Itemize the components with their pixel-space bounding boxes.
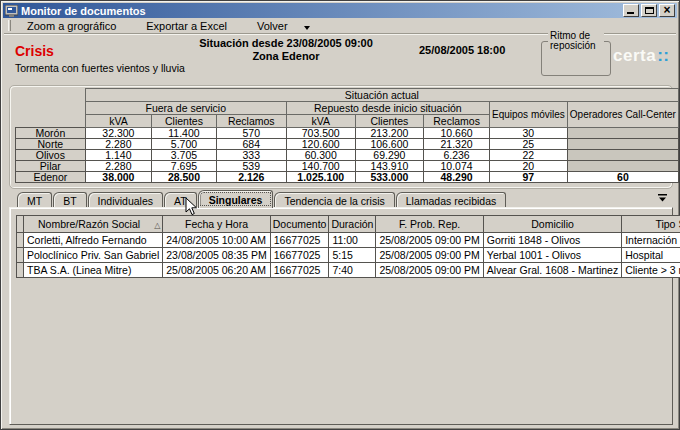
summary-group-row: Fuera de servicio Repuesto desde inicio … xyxy=(16,102,679,115)
col-header-duracion[interactable]: Duración xyxy=(329,216,376,233)
summary-value: 1.025.100 xyxy=(286,172,355,183)
detail-table-body: Corletti, Alfredo Fernando24/08/2005 10:… xyxy=(17,233,680,278)
close-button[interactable] xyxy=(659,4,675,17)
summary-value: 143.910 xyxy=(355,161,423,172)
crisis-subtitle: Tormenta con fuertes vientos y lluvia xyxy=(15,62,185,74)
summary-value: 5.700 xyxy=(152,139,217,150)
spacer-cell xyxy=(16,115,86,128)
col-header-f-prob-rep[interactable]: F. Prob. Rep. xyxy=(376,216,483,233)
tab-page-singulares: Nombre/Razón Social Fecha y Hora Documen… xyxy=(9,207,673,425)
region-label: Edenor xyxy=(16,172,86,183)
detail-row[interactable]: TBA S.A. (Linea Mitre)25/08/2005 06:20 A… xyxy=(17,263,680,278)
summary-value: 60 xyxy=(567,172,678,183)
summary-value xyxy=(567,150,678,161)
tab-llamadas-recibidas[interactable]: Llamadas recibidas xyxy=(396,192,506,207)
summary-value: 25 xyxy=(489,139,567,150)
tab-tendencia-de-la-crisis[interactable]: Tendencia de la crisis xyxy=(274,192,394,207)
summary-value xyxy=(567,128,678,139)
summary-value: 38.000 xyxy=(85,172,151,183)
summary-value: 22 xyxy=(489,150,567,161)
row-indicator xyxy=(17,233,24,248)
subheader-kva-fuera: kVA xyxy=(85,115,151,128)
summary-value: 7.695 xyxy=(152,161,217,172)
summary-title: Situación actual xyxy=(85,89,678,102)
summary-value: 97 xyxy=(489,172,567,183)
summary-value: 10.074 xyxy=(424,161,490,172)
toolbar-overflow-icon[interactable] xyxy=(304,26,310,30)
menu-item-zoom-a-grografico[interactable]: Zoom a grográfico xyxy=(27,20,116,32)
summary-value: 48.290 xyxy=(424,172,490,183)
tab-strip: MTBTIndividualesATSingularesTendencia de… xyxy=(9,190,671,208)
summary-value: 11.400 xyxy=(152,128,217,139)
region-label: Morón xyxy=(16,128,86,139)
row-indicator xyxy=(17,248,24,263)
detail-cell: Hospital xyxy=(622,248,680,263)
situation-zone: Zona Edenor xyxy=(176,50,396,63)
col-header-tipo-sing[interactable]: Tipo Sing. xyxy=(622,216,680,233)
situation-block: Situación desde 23/08/2005 09:00 Zona Ed… xyxy=(176,37,396,63)
minimize-icon xyxy=(627,12,634,14)
detail-cell: Alvear Gral. 1608 - Martinez xyxy=(483,263,621,278)
col-header-nombre[interactable]: Nombre/Razón Social xyxy=(24,216,163,233)
col-header-documento[interactable]: Documento xyxy=(270,216,329,233)
summary-value: 2.126 xyxy=(216,172,286,183)
summary-value: 6.236 xyxy=(424,150,490,161)
summary-row-norte: Norte2.2805.700684120.600106.60021.32025 xyxy=(16,139,679,150)
menu-item-exportar-a-excel[interactable]: Exportar a Excel xyxy=(146,20,227,32)
app-icon xyxy=(5,5,18,17)
subheader-clientes-fuera: Clientes xyxy=(152,115,217,128)
menu-item-volver[interactable]: Volver xyxy=(257,20,288,32)
subheader-kva-repuesto: kVA xyxy=(286,115,355,128)
tab-bt[interactable]: BT xyxy=(53,192,86,207)
detail-cell: 16677025 xyxy=(270,263,329,278)
detail-row[interactable]: Poloclínico Priv. San Gabriel23/08/2005 … xyxy=(17,248,680,263)
crisis-title: Crisis xyxy=(15,43,54,59)
detail-cell: 5:15 xyxy=(329,248,376,263)
summary-value: 20 xyxy=(489,161,567,172)
summary-value: 2.280 xyxy=(85,139,151,150)
summary-value: 106.600 xyxy=(355,139,423,150)
tab-overflow-icon[interactable] xyxy=(658,194,667,202)
summary-value: 69.290 xyxy=(355,150,423,161)
detail-cell: 16677025 xyxy=(270,233,329,248)
subheader-clientes-repuesto: Clientes xyxy=(355,115,423,128)
header-equipos-moviles: Equipos móviles xyxy=(489,102,567,128)
detail-cell: Gorriti 1848 - Olivos xyxy=(483,233,621,248)
region-label: Pilar xyxy=(16,161,86,172)
tab-individuales[interactable]: Individuales xyxy=(88,192,163,207)
summary-value: 3.705 xyxy=(152,150,217,161)
detail-header-row: Nombre/Razón Social Fecha y Hora Documen… xyxy=(17,216,680,233)
summary-row-edenor: Edenor38.00028.5002.1261.025.100533.0004… xyxy=(16,172,679,183)
summary-value: 684 xyxy=(216,139,286,150)
summary-row-pilar: Pilar2.2807.695539140.700143.91010.07420 xyxy=(16,161,679,172)
detail-table: Nombre/Razón Social Fecha y Hora Documen… xyxy=(16,215,680,278)
group-header-fuera-de-servicio: Fuera de servicio xyxy=(85,102,286,115)
detail-cell: 24/08/2005 10:00 AM xyxy=(163,233,270,248)
summary-value: 28.500 xyxy=(152,172,217,183)
mouse-cursor xyxy=(185,197,198,216)
detail-cell: 25/08/2005 06:20 AM xyxy=(163,263,270,278)
tab-singulares[interactable]: Singulares xyxy=(198,190,274,208)
tab-mt[interactable]: MT xyxy=(17,192,52,207)
summary-value: 333 xyxy=(216,150,286,161)
minimize-button[interactable] xyxy=(623,4,639,17)
summary-value: 570 xyxy=(216,128,286,139)
col-header-domicilio[interactable]: Domicilio xyxy=(483,216,621,233)
summary-title-row: Situación actual xyxy=(16,89,679,102)
region-label: Olivos xyxy=(16,150,86,161)
maximize-button[interactable] xyxy=(641,4,657,17)
maximize-icon xyxy=(645,7,654,14)
spacer-cell xyxy=(16,102,86,115)
summary-table-body: Morón32.30011.400570703.500213.20010.660… xyxy=(16,128,679,183)
summary-value: 32.300 xyxy=(85,128,151,139)
detail-cell: 7:40 xyxy=(329,263,376,278)
detail-row[interactable]: Corletti, Alfredo Fernando24/08/2005 10:… xyxy=(17,233,680,248)
col-header-fecha-y-hora[interactable]: Fecha y Hora xyxy=(163,216,270,233)
certa-logo-text: certa xyxy=(613,46,656,65)
toolbar-grip-icon[interactable] xyxy=(8,20,11,31)
detail-cell: 23/08/2005 08:35 PM xyxy=(163,248,270,263)
title-bar: Monitor de documentos xyxy=(3,3,677,18)
summary-value: 2.280 xyxy=(85,161,151,172)
certa-logo: certa:: xyxy=(613,46,669,66)
detail-cell: 25/08/2005 09:00 PM xyxy=(376,263,483,278)
